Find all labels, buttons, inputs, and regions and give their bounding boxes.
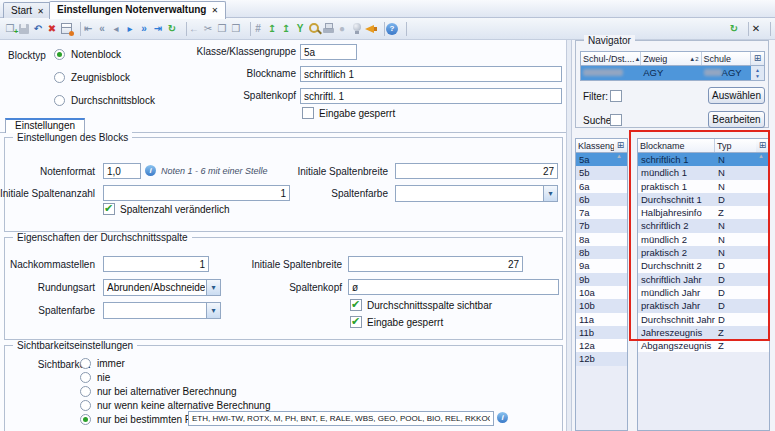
delete-icon[interactable]: ✖ (46, 21, 59, 37)
suche-checkbox[interactable] (610, 114, 622, 126)
klassengruppe-row[interactable]: 10a (576, 286, 627, 299)
spaltenkopf-input[interactable] (300, 88, 562, 104)
chevron-down-icon[interactable]: ▾ (543, 186, 557, 201)
spaltenzahl-veraenderlich-checkbox[interactable] (103, 203, 115, 215)
sichtbarkeit-radio-option[interactable]: nur bei alternativer Berechnung (80, 385, 270, 397)
new-record-icon[interactable] (4, 21, 17, 37)
spaltenfarbe-dropdown[interactable]: ▾ (395, 185, 558, 202)
block-row[interactable]: praktisch Jahr D (638, 299, 769, 312)
copy-icon[interactable]: ❐ (216, 21, 229, 37)
durchschnittsspalte-sichtbar-checkbox[interactable] (350, 299, 362, 311)
eingabe-gesperrt-checkbox[interactable] (302, 107, 314, 119)
tab-start[interactable]: Start✕ (3, 2, 52, 18)
chevron-down-icon[interactable]: ▾ (206, 280, 220, 295)
eingabe-gesperrt2-checkbox[interactable] (350, 316, 362, 328)
klassengruppe-row[interactable]: 11b (576, 326, 627, 339)
klassengruppe-row[interactable]: 9a (576, 259, 627, 272)
navigator-column-header[interactable]: Zweig ▲2 (641, 52, 701, 65)
block-row[interactable]: Jahreszeugnis Z (638, 326, 769, 339)
sichtbarkeit-radio-option[interactable]: immer (80, 357, 270, 369)
print-icon[interactable] (322, 21, 335, 37)
block-row[interactable]: Halbjahresinfo Z (638, 206, 769, 219)
column-header-typ[interactable]: Typ (715, 139, 756, 152)
rundungsart-dropdown[interactable]: Abrunden/Abschneiden ▾ (103, 279, 221, 296)
block-row[interactable]: praktisch 1 N (638, 180, 769, 193)
spaltenbreite2-input[interactable] (348, 256, 523, 272)
spaltenanzahl-input[interactable] (103, 185, 290, 201)
block-row[interactable]: Durchschnitt Jahr D (638, 313, 769, 326)
block-row[interactable]: praktisch 2 N (638, 246, 769, 259)
bearbeiten-button[interactable]: Bearbeiten (708, 111, 765, 128)
klassengruppe-row[interactable]: 5b (576, 166, 627, 179)
table-edit-icon[interactable] (60, 21, 73, 37)
notenformat-input[interactable] (103, 163, 141, 179)
first-record-icon[interactable]: ⇤ (82, 21, 95, 37)
cut-icon[interactable]: ✂ (202, 21, 215, 37)
sichtbarkeit-radio-option[interactable]: nie (80, 371, 270, 383)
klassengruppe-row[interactable]: 9b (576, 273, 627, 286)
back-record-icon[interactable]: ◂ (110, 21, 123, 37)
nachkommastellen-input[interactable] (103, 256, 209, 272)
save-icon[interactable] (18, 21, 31, 37)
block-row[interactable]: schriftlich 2 N (638, 219, 769, 232)
block-row[interactable]: mündlich Jahr D (638, 286, 769, 299)
close-tab-icon[interactable]: ✕ (211, 6, 218, 15)
column-header-blockname[interactable]: Blockname (638, 139, 715, 152)
blocktyp-radio-option[interactable]: Durchschnittsblock (54, 94, 155, 106)
column-chooser-icon[interactable]: ⊞ (614, 139, 627, 152)
hash-icon[interactable]: # (252, 21, 265, 37)
navigator-column-header[interactable]: Schul-/Dst.... ▲1 (581, 52, 641, 65)
import-icon[interactable]: ↥ (266, 21, 279, 37)
refresh-view-icon[interactable]: ↻ (728, 21, 741, 37)
klassengruppe-row[interactable]: 7a (576, 206, 627, 219)
klassengruppe-row[interactable]: 10b (576, 299, 627, 312)
navigator-column-header[interactable]: Schule (702, 52, 751, 65)
block-row[interactable]: schriftlich 1 N (638, 153, 769, 166)
bulb-icon[interactable] (350, 21, 363, 37)
table-scrollbar[interactable]: ▲▼ (751, 66, 764, 80)
block-row[interactable]: Durchschnitt 2 D (638, 259, 769, 272)
help-icon[interactable] (386, 21, 399, 37)
sichtbarkeit-radio-option[interactable]: nur wenn keine alternative Berechnung (80, 399, 270, 411)
klassengruppe-row[interactable]: 7b (576, 219, 627, 232)
spaltenfarbe2-dropdown[interactable]: ▾ (103, 302, 221, 319)
fast-next-icon[interactable]: » (138, 21, 151, 37)
scroll-down-icon[interactable]: ▼ (755, 73, 760, 79)
klassengruppe-row[interactable]: 6a (576, 180, 627, 193)
search-icon[interactable] (308, 21, 321, 37)
column-chooser-icon[interactable]: ⊞ (751, 52, 764, 65)
auswaehlen-button[interactable]: Auswählen (708, 87, 765, 104)
spaltenbreite-input[interactable] (395, 163, 558, 179)
filter-checkbox[interactable] (610, 90, 622, 102)
klassengruppe-row[interactable]: 11a (576, 313, 627, 326)
spaltenkopf2-input[interactable] (348, 279, 559, 295)
info-icon[interactable]: i (145, 165, 156, 176)
paste-icon[interactable]: ❒ (230, 21, 243, 37)
undo-icon[interactable]: ↶ (32, 21, 45, 37)
next-record-icon[interactable]: ▸ (124, 21, 137, 37)
klasse-input[interactable] (300, 44, 357, 60)
back-arrow-icon[interactable]: ← (188, 21, 201, 37)
last-record-icon[interactable]: ⇥ (152, 21, 165, 37)
scroll-up-icon[interactable]: ▲ (616, 153, 622, 159)
block-row[interactable]: Abgangszeugnis Z (638, 339, 769, 352)
close-panel-icon[interactable]: ✕ (750, 21, 763, 37)
klassengruppe-row[interactable]: 8a (576, 233, 627, 246)
info-icon[interactable]: i (497, 412, 508, 423)
klassengruppe-row[interactable]: 8b (576, 246, 627, 259)
faecher-input[interactable] (188, 411, 494, 426)
refresh-icon[interactable]: ↻ (166, 21, 179, 37)
column-header-klassengruppe[interactable]: Klassengru... (576, 139, 614, 152)
bell-icon[interactable] (364, 21, 377, 37)
branch-icon[interactable]: Y (294, 21, 307, 37)
block-row[interactable]: schriftlich Jahr D (638, 273, 769, 286)
column-chooser-icon[interactable]: ⊞ (756, 139, 769, 152)
fast-back-icon[interactable]: « (96, 21, 109, 37)
tab-einstellungen-notenverwaltung[interactable]: Einstellungen Notenverwaltung✕ (49, 1, 226, 19)
chevron-down-icon[interactable]: ▾ (206, 303, 220, 318)
blockname-input[interactable] (300, 66, 562, 82)
tab-einstellungen[interactable]: Einstellungen (5, 118, 85, 133)
klassengruppe-row[interactable]: 12a (576, 339, 627, 352)
blocktyp-radio-option[interactable]: Notenblock (54, 48, 155, 60)
export-icon[interactable]: ↥ (280, 21, 293, 37)
